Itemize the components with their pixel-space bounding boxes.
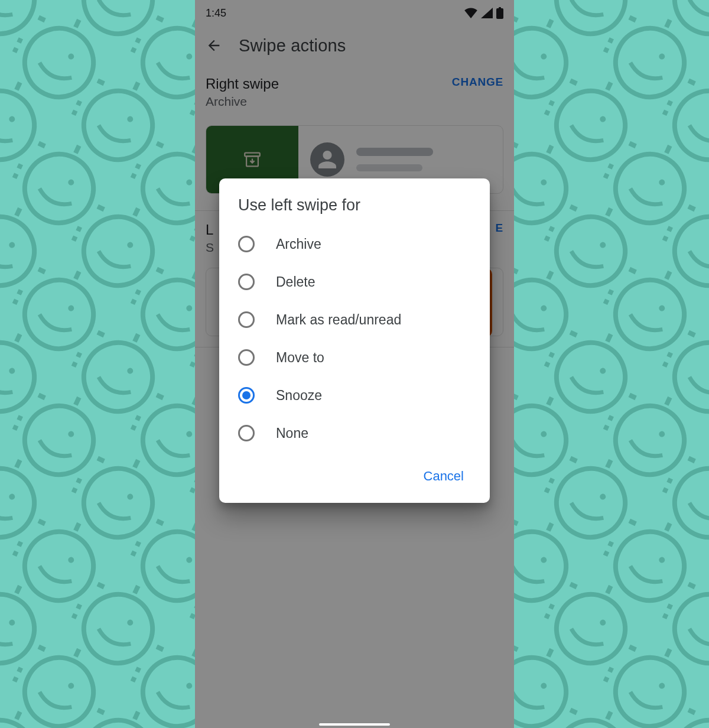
dialog-actions: Cancel [238,463,471,490]
radio-option-none[interactable]: None [238,414,471,452]
phone-frame: 1:45 Swipe actions Right swipe Archive C… [195,0,514,728]
cancel-button[interactable]: Cancel [417,463,471,490]
radio-icon [238,349,255,366]
radio-label: Mark as read/unread [276,312,401,328]
radio-label: Snooze [276,388,322,404]
radio-label: Move to [276,350,324,366]
radio-icon [238,425,255,441]
radio-icon [238,311,255,328]
radio-label: Delete [276,274,315,290]
radio-label: Archive [276,236,321,252]
radio-icon-selected [238,387,255,404]
radio-option-mark-read[interactable]: Mark as read/unread [238,301,471,339]
home-indicator[interactable] [319,723,390,726]
radio-option-snooze[interactable]: Snooze [238,376,471,414]
radio-icon [238,274,255,290]
radio-icon [238,236,255,252]
radio-option-delete[interactable]: Delete [238,263,471,301]
dialog-radio-list: Archive Delete Mark as read/unread Move … [238,225,471,452]
radio-option-move-to[interactable]: Move to [238,339,471,376]
left-swipe-dialog: Use left swipe for Archive Delete Mark a… [219,178,490,503]
radio-option-archive[interactable]: Archive [238,225,471,263]
dialog-title: Use left swipe for [238,196,471,214]
radio-label: None [276,425,308,441]
